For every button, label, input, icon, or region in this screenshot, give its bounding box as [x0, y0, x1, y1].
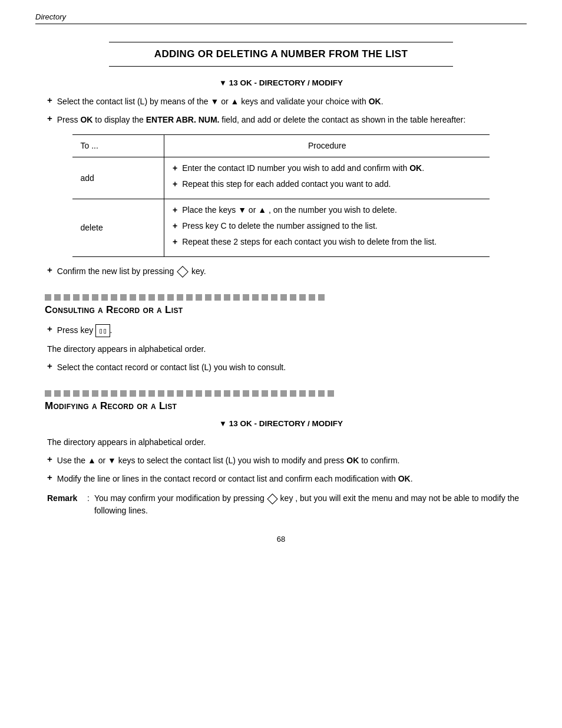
dash-m13 [158, 390, 164, 397]
dash-m8 [111, 390, 117, 397]
bullet-plus-icon-2: + [47, 113, 52, 123]
add-proc-2: + Repeat this step for each added contac… [173, 178, 481, 190]
dash-m5 [82, 390, 89, 397]
dash-m3 [64, 390, 70, 397]
consulting-bullet2: + Select the contact record or contact l… [35, 361, 527, 374]
modifying-title: Modifying a Record or a List [45, 400, 177, 411]
dash-11 [139, 294, 146, 301]
dash-14 [167, 294, 174, 301]
dash-m25 [271, 390, 277, 397]
sub-bullet-plus-3: + [173, 204, 177, 216]
dash-20 [224, 294, 230, 301]
delete-proc-2: + Press key C to delete the number assig… [173, 220, 481, 232]
diamond-key-icon-2 [267, 493, 277, 504]
adding-bullet1: + Select the contact list (L) by means o… [35, 95, 527, 108]
dash-m28 [299, 390, 306, 397]
consulting-bullet1: + Press key ▯▯. [35, 324, 527, 337]
header-label: Directory [35, 12, 66, 21]
sub-bullet-plus-5: + [173, 236, 177, 248]
dash-22 [243, 294, 249, 301]
table-header-proc: Procedure [164, 135, 490, 157]
arrow-down-icon-2: ▼ [219, 419, 227, 428]
adding-bullet2: + Press OK to display the ENTER ABR. NUM… [35, 114, 527, 126]
adding-bullet1-text: Select the contact list (L) by means of … [57, 95, 384, 108]
add-proc-1-text: Enter the contact ID number you wish to … [182, 162, 424, 174]
dash-m29 [309, 390, 315, 397]
dash-m27 [290, 390, 296, 397]
dash-15 [177, 294, 183, 301]
modifying-subsection-header: ▼ 13 Ok - Directory / Modify [35, 419, 527, 428]
remark-colon: : [87, 492, 90, 505]
table-cell-delete-proc: + Place the keys ▼ or ▲ , on the number … [164, 199, 490, 257]
divider-top [109, 42, 453, 42]
dash-17 [196, 294, 202, 301]
dash-m16 [186, 390, 193, 397]
table-cell-delete-label: delete [72, 199, 164, 257]
dash-21 [233, 294, 240, 301]
dash-8 [111, 294, 117, 301]
dash-m24 [262, 390, 268, 397]
modifying-bullet2: + Modify the line or lines in the contac… [35, 473, 527, 485]
arrow-down-icon: ▼ [219, 78, 227, 87]
adding-bullet2-text: Press OK to display the ENTER ABR. NUM. … [57, 114, 466, 126]
dash-23 [252, 294, 259, 301]
dash-7 [101, 294, 108, 301]
adding-deleting-section-title-block: Adding or Deleting a Number from the Lis… [35, 42, 527, 67]
dash-m30 [318, 390, 325, 397]
modifying-bullet2-text: Modify the line or lines in the contact … [57, 473, 413, 485]
dash-m11 [139, 390, 146, 397]
dash-m14 [167, 390, 174, 397]
dash-26 [280, 294, 287, 301]
bullet-plus-icon-4: + [47, 324, 52, 334]
modifying-remark: Remark : You may confirm your modificati… [35, 492, 527, 517]
divider-bottom [109, 66, 453, 67]
dash-27 [290, 294, 296, 301]
bullet-plus-icon-3: + [47, 265, 52, 275]
dash-10 [130, 294, 136, 301]
delete-proc-3: + Repeat these 2 steps for each contact … [173, 236, 481, 248]
table-header-to: To ... [72, 135, 164, 157]
dash-m2 [54, 390, 61, 397]
delete-proc-2-text: Press key C to delete the number assigne… [182, 220, 378, 232]
dash-m23 [252, 390, 259, 397]
delete-proc-1: + Place the keys ▼ or ▲ , on the number … [173, 204, 481, 216]
diamond-key-icon [177, 266, 189, 278]
dashed-row-consulting [35, 294, 527, 301]
dash-m17 [196, 390, 202, 397]
dash-13 [158, 294, 164, 301]
adding-bullet3: + Confirm the new list by pressing key. [35, 265, 527, 278]
dash-25 [271, 294, 277, 301]
bullet-plus-icon-7: + [47, 472, 52, 482]
table-cell-add-proc: + Enter the contact ID number you wish t… [164, 157, 490, 199]
dash-m1 [45, 390, 51, 397]
dash-m9 [120, 390, 127, 397]
dash-m26 [280, 390, 287, 397]
table-row-add: add + Enter the contact ID number you wi… [72, 157, 490, 199]
dash-m12 [148, 390, 155, 397]
modifying-bullet1: + Use the ▲ or ▼ keys to select the cont… [35, 454, 527, 467]
adding-deleting-title: Adding or Deleting a Number from the Lis… [35, 45, 527, 64]
phonebook-key-icon: ▯▯ [95, 324, 110, 337]
bullet-plus-icon-6: + [47, 454, 52, 464]
modifying-bullet1-text: Use the ▲ or ▼ keys to select the contac… [57, 454, 400, 467]
dashed-row-modifying [35, 390, 527, 397]
consulting-section: Consulting a Record or a List [35, 294, 527, 316]
dash-5 [82, 294, 89, 301]
table-row-delete: delete + Place the keys ▼ or ▲ , on the … [72, 199, 490, 257]
sub-bullet-plus-2: + [173, 178, 177, 190]
add-proc-2-text: Repeat this step for each added contact … [182, 178, 391, 190]
dash-m20 [224, 390, 230, 397]
consulting-title: Consulting a Record or a List [45, 304, 183, 315]
add-proc-1: + Enter the contact ID number you wish t… [173, 162, 481, 174]
bullet-plus-icon: + [47, 95, 52, 105]
dash-29 [309, 294, 315, 301]
dash-m22 [243, 390, 249, 397]
dash-m7 [101, 390, 108, 397]
adding-bullet3-text: Confirm the new list by pressing key. [57, 265, 206, 278]
dash-2 [54, 294, 61, 301]
dash-m19 [214, 390, 221, 397]
dash-6 [92, 294, 98, 301]
dash-9 [120, 294, 127, 301]
sub-bullet-plus-1: + [173, 162, 177, 174]
dash-m31 [328, 390, 334, 397]
